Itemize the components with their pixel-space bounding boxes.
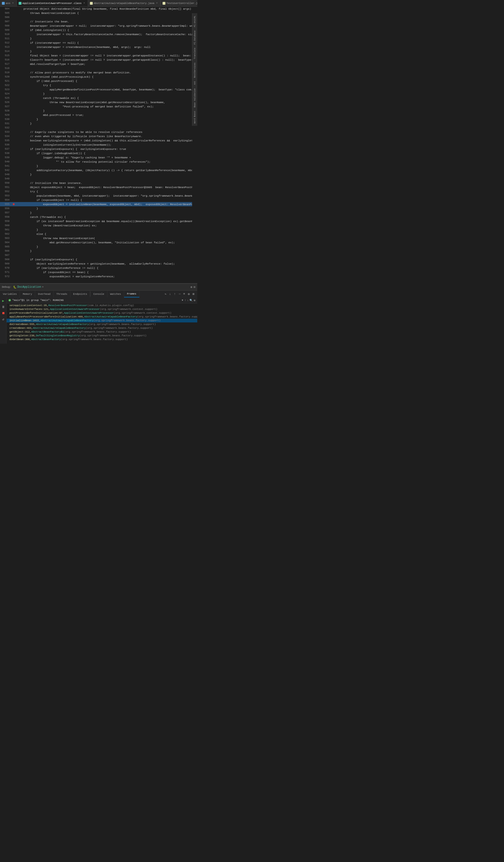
code-line-540[interactable]: 540 "' to allow for resolving potential …: [0, 159, 192, 164]
code-line-515[interactable]: 515 final Object bean = (instanceWrapper…: [0, 53, 192, 57]
code-line-531[interactable]: 531 }: [0, 121, 192, 126]
code-line-564[interactable]: 564 mbd.getResourceDescription(), beanNa…: [0, 240, 192, 245]
stack-frame-1[interactable]: invokeAwareInterfaces:121, ApplicationCo…: [6, 307, 197, 311]
code-line-562[interactable]: 562 else {: [0, 232, 192, 236]
tab-memory[interactable]: Memory: [20, 290, 35, 297]
stack-frame-6[interactable]: createBean:483, AbstractAutowireCapableB…: [6, 326, 197, 330]
code-line-551[interactable]: 551 Object exposedObject = bean; exposed…: [0, 185, 192, 189]
code-line-555[interactable]: 555 exposedObject = initializeBean(beanN…: [0, 202, 192, 206]
debug-layout-icon[interactable]: ⊡: [194, 285, 195, 289]
code-line-517[interactable]: 517 mbd.resolvedTargetType = beanType;: [0, 62, 192, 66]
tab-watches[interactable]: Watches: [107, 290, 124, 297]
btn-run-cursor[interactable]: →: [178, 292, 182, 296]
code-line-548[interactable]: 548 }: [0, 172, 192, 177]
code-line-541[interactable]: 541 }: [0, 164, 192, 168]
debug-app-close[interactable]: ×: [42, 286, 43, 288]
code-line-568[interactable]: 568 if (earlySingletonExposure) {: [0, 257, 192, 262]
sidebar-item-beanvalidation[interactable]: Bean Validation: [193, 87, 197, 109]
code-line-565[interactable]: 565 }: [0, 245, 192, 249]
code-line-505[interactable]: 505 throws BeanCreationException {: [0, 11, 192, 15]
sidebar-item-wordboost[interactable]: Word Boost: [193, 109, 197, 125]
code-line-559[interactable]: 559 if (ex instanceof BeanCreationExcept…: [0, 219, 192, 223]
code-line-530[interactable]: 530 }: [0, 117, 192, 121]
tab-overhead[interactable]: Overhead: [35, 290, 54, 297]
code-line-526[interactable]: 526 throw new BeanCreationException(mbd.…: [0, 100, 192, 104]
tab-abstract[interactable]: AbstractAutowireCapableBeanFactory.java …: [88, 0, 161, 6]
stack-frame-2[interactable]: postProcessBeforeInitialization:97, Appl…: [6, 311, 197, 315]
sidebar-item-translate[interactable]: Translate: [193, 46, 197, 61]
code-line-552[interactable]: 552 try {: [0, 189, 192, 194]
code-line-510[interactable]: 510 instanceWrapper = this.factoryBeanIn…: [0, 32, 192, 36]
code-line-535[interactable]: 535 boolean earlySingletonExposure = (mb…: [0, 138, 192, 143]
code-line-524[interactable]: 524 }: [0, 92, 192, 96]
debug-app-name[interactable]: DocApplication: [17, 285, 41, 289]
btn-step-into[interactable]: ↓: [168, 292, 172, 296]
code-line-529[interactable]: 529 mbd.postProcessed = true;: [0, 113, 192, 117]
code-line-507[interactable]: 507 // Instantiate the bean.: [0, 19, 192, 24]
code-line-528[interactable]: 528 }: [0, 108, 192, 113]
stack-frame-8[interactable]: getSingleton:230, DefaultSingletonBeanRe…: [6, 334, 197, 338]
code-line-514[interactable]: 514 }: [0, 49, 192, 53]
code-line-554[interactable]: 554 if (exposedObject != null) {: [0, 198, 192, 202]
tab-abstract-close[interactable]: ×: [155, 2, 159, 5]
code-line-516[interactable]: 516 Class<?> beanType = (instanceWrapper…: [0, 57, 192, 62]
code-line-563[interactable]: 563 throw new BeanCreationException(: [0, 236, 192, 240]
code-line-513[interactable]: 513 instanceWrapper = createBeanInstance…: [0, 45, 192, 49]
code-line-553[interactable]: 553 populateBean(beanName, mbd, instance…: [0, 194, 192, 198]
code-line-539[interactable]: 539 logger.debug( o: "Eagerly caching be…: [0, 155, 192, 159]
code-line-521[interactable]: 521 if (!mbd.postProcessed) {: [0, 79, 192, 83]
code-line-557[interactable]: 557 }: [0, 211, 192, 215]
btn-step-over[interactable]: ↷: [163, 292, 167, 297]
code-line-549[interactable]: 549: [0, 177, 192, 181]
code-line-566[interactable]: 566 }: [0, 249, 192, 253]
code-line-504[interactable]: 504 protected Object doCreateBean(final …: [0, 6, 192, 11]
sidebar-item-plunitml[interactable]: Pl.UnitML: [193, 14, 197, 28]
sidebar-item-ant[interactable]: Ant: [193, 80, 197, 86]
stack-frame-5[interactable]: doCreateBean:555, AbstractAutowireCapabl…: [6, 323, 197, 326]
code-line-512[interactable]: 512 if (instanceWrapper == null) {: [0, 41, 192, 45]
code-line-560[interactable]: 560 throw (BeanCreationException) ex;: [0, 223, 192, 227]
code-line-506[interactable]: 506: [0, 15, 192, 19]
tab-console[interactable]: Console: [90, 290, 107, 297]
code-line-534[interactable]: 534 // even when triggered by lifecycle …: [0, 134, 192, 138]
code-line-525[interactable]: 525 catch (Throwable ex) {: [0, 96, 192, 100]
code-line-522[interactable]: 522 try {: [0, 83, 192, 87]
tab-endpoints[interactable]: Endpoints: [70, 290, 90, 297]
code-line-558[interactable]: 558 catch (Throwable ex) {: [0, 215, 192, 219]
code-line-571[interactable]: 571 if (exposedObject == bean) {: [0, 270, 192, 274]
code-line-569[interactable]: 569 Object earlySingletonReference = get…: [0, 262, 192, 266]
code-line-550[interactable]: 550 // Initialize the bean instance.: [0, 181, 192, 185]
code-line-532[interactable]: 532: [0, 126, 192, 130]
debug-settings-icon[interactable]: ⚙: [191, 285, 192, 289]
code-line-537[interactable]: 537 if (earlySingletonExposure) { earlyS…: [0, 147, 192, 151]
code-line-518[interactable]: 518: [0, 66, 192, 70]
btn-evaluate[interactable]: ≡: [182, 292, 186, 296]
code-editor[interactable]: 504 protected Object doCreateBean(final …: [0, 6, 192, 278]
code-line-556[interactable]: 556 }: [0, 206, 192, 211]
stack-frame-9[interactable]: doGetBean:308, AbstractBeanFactory (org.…: [6, 338, 197, 341]
code-line-570[interactable]: 570 if (earlySingletonReference != null)…: [0, 266, 192, 270]
btn-layout2[interactable]: ⊞: [191, 292, 195, 297]
code-line-520[interactable]: 520 synchronized (mbd.postProcessingLock…: [0, 75, 192, 79]
btn-pause2[interactable]: ⏸: [1, 304, 6, 310]
code-line-538[interactable]: 538 if (logger.isDebugEnabled()) {: [0, 151, 192, 155]
tab-main-close[interactable]: ×: [83, 2, 86, 5]
tab-ass-close[interactable]: ×: [11, 2, 15, 5]
sidebar-item-restservices[interactable]: RestServices: [193, 61, 197, 79]
btn-rerun[interactable]: ↺: [1, 317, 6, 322]
code-line-561[interactable]: 561 }: [0, 227, 192, 232]
tab-variables[interactable]: Variables: [0, 290, 20, 297]
tab-threads[interactable]: Threads: [54, 290, 70, 297]
code-line-542[interactable]: 542 addSingletonFactory(beanName, (Objec…: [0, 168, 192, 172]
code-line-572[interactable]: 572 exposedObject = earlySingletonRefere…: [0, 274, 192, 278]
code-line-509[interactable]: 509 if (mbd.isSingleton()) {: [0, 28, 192, 32]
code-line-523[interactable]: 523 applyMergedBeanDefinitionPostProcess…: [0, 87, 192, 92]
running-dropdown[interactable]: ▼ ↑ ↓ 🔍 ⊞: [182, 299, 195, 302]
code-line-533[interactable]: 533 // Eagerly cache singletons to be ab…: [0, 130, 192, 134]
btn-stop[interactable]: ⏹: [1, 311, 6, 316]
sidebar-item-pldatabase[interactable]: Pl.Database: [193, 29, 197, 46]
code-line-567[interactable]: 567: [0, 253, 192, 257]
tab-ass[interactable]: ass ×: [0, 0, 17, 6]
code-line-508[interactable]: 508 BeanWrapper instanceWrapper = null; …: [0, 24, 192, 28]
code-line-511[interactable]: 511 }: [0, 36, 192, 41]
